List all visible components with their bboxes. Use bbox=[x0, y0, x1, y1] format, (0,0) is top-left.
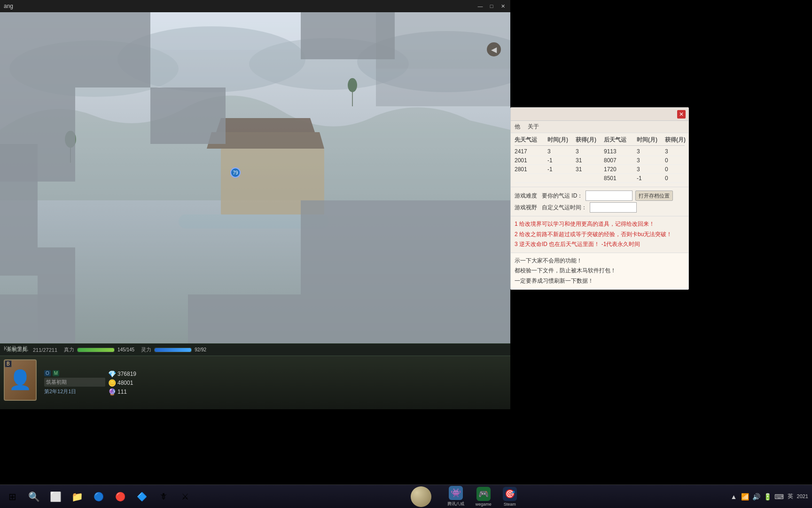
cell-1-1: 2417 bbox=[515, 148, 547, 155]
taskbar-app-4[interactable]: 🗡 bbox=[153, 486, 174, 507]
tray-keyboard[interactable]: ⌨ bbox=[774, 492, 784, 501]
wegame-icon: 🎮 bbox=[476, 487, 491, 501]
maximize-button[interactable]: □ bbox=[488, 2, 495, 10]
panel-tips: 1 给改境界可以学习和使用更高的道具，记得给改回来！ 2 给改之前路不新超过或等… bbox=[511, 216, 688, 253]
wegame-label: wegame bbox=[476, 502, 492, 507]
gold-icon: 🪙 bbox=[108, 379, 116, 387]
cell-2-3: 31 bbox=[576, 157, 604, 164]
panel-table: 先天气运 时间(月) 获得(月) 后天气运 时间(月) 获得(月) 2417 3… bbox=[511, 133, 688, 186]
game-window: ang — □ ✕ bbox=[0, 0, 510, 409]
tray-battery[interactable]: 🔋 bbox=[763, 492, 773, 501]
black-area-panel-right bbox=[689, 107, 812, 409]
hp-value: 145/145 bbox=[117, 347, 134, 352]
taskbar-app-5[interactable]: ⚔ bbox=[175, 486, 195, 507]
col-header-1: 先天气运 bbox=[515, 136, 547, 144]
panel-menu-other[interactable]: 他 bbox=[515, 123, 520, 131]
tip-1: 1 给改境界可以学习和使用更高的道具，记得给改回来！ bbox=[515, 219, 685, 230]
tray-arrow[interactable]: ▲ bbox=[729, 492, 739, 501]
cell-3-6: 0 bbox=[665, 166, 693, 173]
cell-1-3: 3 bbox=[576, 148, 604, 155]
items-value: 111 bbox=[117, 389, 127, 395]
cell-1-6: 3 bbox=[665, 148, 693, 155]
hp-bar-track bbox=[77, 348, 115, 352]
taskbar-app-bajie[interactable]: 👾 腾讯八戒 bbox=[444, 484, 468, 508]
items-stat: 🔮 111 bbox=[108, 388, 136, 396]
col-header-6: 获得(月) bbox=[665, 136, 693, 144]
cell-4-1 bbox=[515, 175, 547, 182]
black-area-bottom-right bbox=[510, 409, 812, 484]
cell-4-3 bbox=[576, 175, 604, 182]
info-1: 示一下大家不会用的功能！ bbox=[515, 256, 685, 266]
tip-3: 3 逆天改命ID 也在后天气运里面！ -1代表永久时间 bbox=[515, 239, 685, 250]
tray-sound[interactable]: 🔊 bbox=[752, 492, 761, 501]
app2-icon: 🔴 bbox=[115, 492, 125, 502]
taskbar-app-wegame[interactable]: 🎮 wegame bbox=[472, 485, 495, 508]
panel-menu-about[interactable]: 关于 bbox=[528, 123, 539, 131]
hud: 👤 B O M 筑基初期 第2年12月1日 💎 376819 🪙 48001 bbox=[0, 356, 510, 409]
tray-network[interactable]: 📶 bbox=[741, 492, 750, 501]
fog-tile bbox=[150, 87, 226, 144]
stats-area: 💎 376819 🪙 48001 🔮 111 bbox=[108, 370, 136, 396]
taskbar-app-steam[interactable]: 🎯 Steam bbox=[499, 485, 521, 508]
tip-2: 2 给改之前路不新超过或等于突破的经验，否则卡bu无法突破！ bbox=[515, 230, 685, 240]
app5-icon: ⚔ bbox=[181, 492, 189, 502]
table-row: 2801 -1 31 1720 3 0 bbox=[515, 165, 685, 174]
input-label-view: 游戏视野 bbox=[515, 204, 537, 212]
folder-icon: 📁 bbox=[71, 491, 83, 502]
cell-3-1: 2801 bbox=[515, 166, 547, 173]
svg-point-8 bbox=[348, 78, 357, 92]
close-button[interactable]: ✕ bbox=[499, 2, 507, 10]
char-stage: 筑基初期 bbox=[44, 378, 105, 387]
crystal-icon: 💎 bbox=[108, 370, 116, 378]
taskview-icon: ⬜ bbox=[50, 491, 62, 502]
language-indicator[interactable]: 英 bbox=[786, 492, 795, 501]
taskbar: ⊞ 🔍 ⬜ 📁 🔵 🔴 🔷 🗡 ⚔ bbox=[0, 484, 812, 508]
panel-close-button[interactable]: ✕ bbox=[677, 110, 686, 119]
clock-display[interactable]: 2021 bbox=[797, 493, 808, 500]
explorer-button[interactable]: 📁 bbox=[67, 486, 87, 507]
panel-menubar: 他 关于 bbox=[511, 121, 688, 133]
mp-bar-fill bbox=[155, 348, 191, 352]
bajie-label: 腾讯八戒 bbox=[447, 501, 464, 507]
luck-time-input[interactable] bbox=[590, 202, 637, 213]
taskbar-app-1[interactable]: 🔵 bbox=[88, 486, 109, 507]
moon-icon bbox=[411, 486, 431, 507]
cell-3-3: 31 bbox=[576, 166, 604, 173]
bar-label-mp: 灵力 bbox=[141, 346, 151, 353]
col-header-5: 时间(月) bbox=[637, 136, 665, 144]
char-info: O M 筑基初期 第2年12月1日 bbox=[44, 370, 105, 395]
cell-2-5: 3 bbox=[637, 157, 665, 164]
steam-icon: 🎯 bbox=[503, 487, 517, 501]
gold-stat: 🪙 48001 bbox=[108, 379, 136, 387]
level-m: O bbox=[44, 370, 51, 376]
table-row: 2417 3 3 9113 3 3 bbox=[515, 147, 685, 156]
search-button[interactable]: 🔍 bbox=[23, 486, 44, 507]
navigation-arrow[interactable]: ◀ bbox=[487, 42, 501, 56]
taskview-button[interactable]: ⬜ bbox=[45, 486, 66, 507]
game-canvas[interactable]: ◀ 79 bbox=[0, 12, 510, 356]
taskbar-app-3[interactable]: 🔷 bbox=[132, 486, 152, 507]
luck-id-input[interactable] bbox=[586, 190, 632, 201]
windows-icon: ⊞ bbox=[8, 491, 16, 502]
minimize-button[interactable]: — bbox=[476, 2, 484, 10]
level-badge: B bbox=[5, 360, 12, 367]
taskbar-center: 👾 腾讯八戒 🎮 wegame 🎯 Steam bbox=[197, 484, 726, 508]
crystals-stat: 💎 376819 bbox=[108, 370, 136, 378]
start-button[interactable]: ⊞ bbox=[2, 486, 23, 507]
fog-tile bbox=[376, 69, 510, 106]
crystals-value: 376819 bbox=[117, 371, 136, 377]
cell-3-2: -1 bbox=[547, 166, 576, 173]
svg-marker-11 bbox=[216, 118, 315, 132]
input-label-difficulty: 游戏难度 bbox=[515, 192, 537, 200]
bar-label-hp: 真力 bbox=[64, 346, 74, 353]
window-title: ang bbox=[4, 3, 13, 9]
input-row-1: 游戏难度 要你的气运 ID： 打开存档位置 bbox=[515, 190, 685, 201]
cell-3-5: 3 bbox=[637, 166, 665, 173]
cell-1-5: 3 bbox=[637, 148, 665, 155]
taskbar-app-2[interactable]: 🔴 bbox=[110, 486, 131, 507]
level-o: M bbox=[53, 370, 59, 376]
open-save-button[interactable]: 打开存档位置 bbox=[635, 190, 673, 201]
panel-info: 示一下大家不会用的功能！ 都校验一下文件，防止被木马软件打包！ 一定要养成习惯刷… bbox=[511, 253, 688, 289]
fog-tile bbox=[0, 144, 38, 276]
search-icon: 🔍 bbox=[28, 491, 40, 502]
